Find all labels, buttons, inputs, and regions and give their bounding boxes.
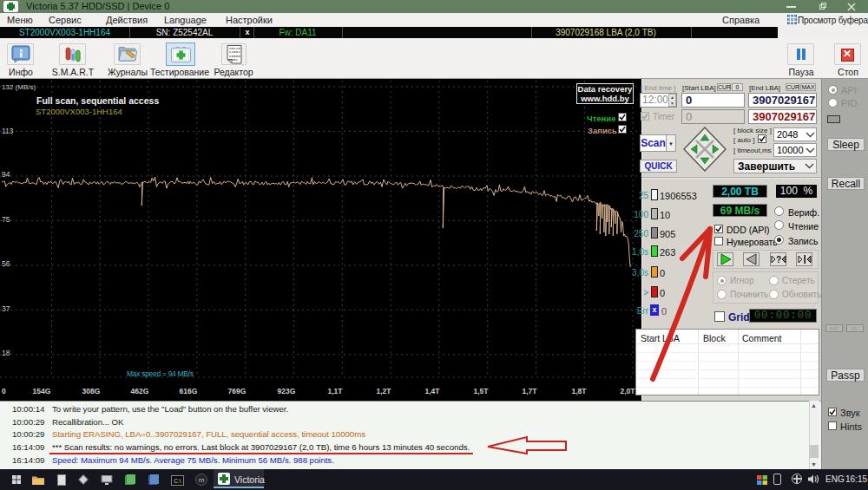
svg-text:?: ? xyxy=(776,255,781,265)
svg-text:0001: 0001 xyxy=(229,57,239,62)
